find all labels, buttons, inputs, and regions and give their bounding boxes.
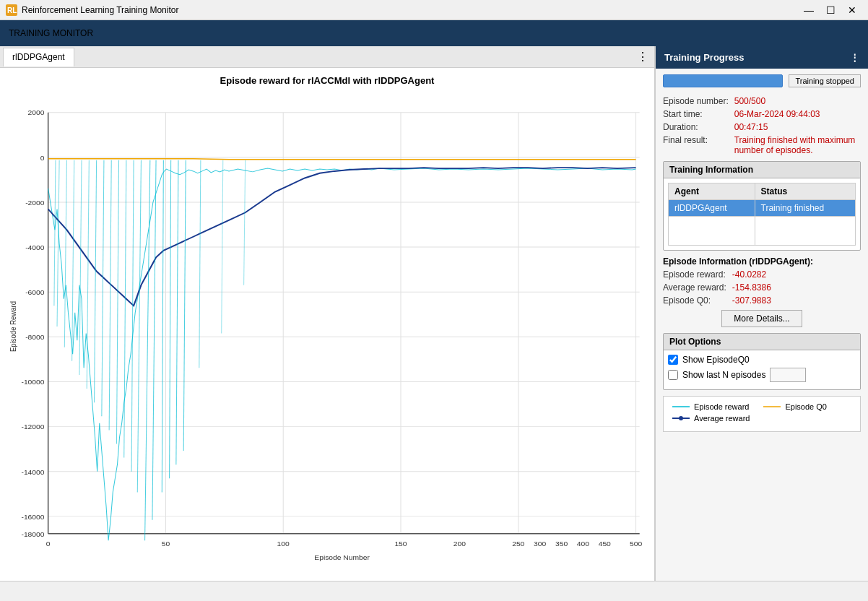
ep-q0-label: Episode Q0: — [663, 295, 726, 306]
svg-text:RL: RL — [7, 7, 17, 14]
legend-episode-reward: Episode reward — [672, 402, 749, 411]
training-stopped-button[interactable]: Training stopped — [789, 74, 861, 87]
chart-title: Episode reward for rlACCMdl with rlDDPGA… — [7, 75, 647, 86]
training-info-content: Agent Status rlDDPGAgent Training finish… — [664, 178, 860, 250]
final-result-label: Final result: — [663, 135, 729, 155]
maximize-button[interactable]: ☐ — [820, 2, 841, 18]
minimize-button[interactable]: — — [799, 2, 819, 18]
episode-number-value: 500/500 — [734, 96, 861, 106]
svg-line-46 — [152, 160, 156, 520]
table-row[interactable]: rlDDPGAgent Training finished — [669, 200, 856, 217]
svg-line-66 — [244, 160, 246, 285]
svg-text:50: 50 — [162, 540, 170, 548]
right-panel-header: Training Progress ⋮ — [656, 46, 868, 69]
episode-number-label: Episode number: — [663, 96, 729, 106]
right-panel-content: Training stopped Episode number: 500/500… — [656, 69, 868, 438]
svg-text:100: 100 — [277, 540, 290, 548]
svg-line-55 — [109, 160, 111, 431]
app-title: Reinforcement Learning Training Monitor — [22, 5, 178, 15]
right-panel-menu-icon[interactable]: ⋮ — [850, 52, 859, 63]
training-table: Agent Status rlDDPGAgent Training finish… — [668, 183, 856, 246]
svg-text:-8000: -8000 — [25, 334, 45, 342]
svg-line-59 — [79, 160, 82, 375]
training-info-section: Training Information Agent Status rlDDPG… — [663, 161, 861, 251]
svg-line-50 — [183, 160, 186, 451]
training-info-title: Training Information — [664, 162, 860, 178]
episode-info-section: Episode Information (rlDDPGAgent): Episo… — [663, 256, 861, 327]
table-cell-agent: rlDDPGAgent — [669, 200, 755, 217]
main-layout: rlDDPGAgent ⋮ Episode reward for rlACCMd… — [0, 46, 868, 581]
svg-text:Episode Number: Episode Number — [314, 553, 370, 561]
svg-text:-14000: -14000 — [21, 468, 45, 476]
show-episodeq0-checkbox[interactable] — [668, 355, 678, 365]
n-episodes-input[interactable]: 100 — [770, 368, 806, 382]
svg-text:450: 450 — [599, 540, 612, 548]
right-panel-title: Training Progress — [664, 52, 745, 63]
svg-line-56 — [102, 160, 104, 417]
table-header-agent: Agent — [669, 183, 755, 200]
svg-text:350: 350 — [555, 540, 568, 548]
episode-info-title: Episode Information (rlDDPGAgent): — [663, 256, 861, 267]
chart-container: Episode reward for rlACCMdl with rlDDPGA… — [0, 68, 654, 581]
info-grid: Episode number: 500/500 Start time: 06-M… — [663, 96, 861, 155]
svg-line-63 — [54, 160, 56, 306]
svg-text:Episode Reward: Episode Reward — [9, 301, 17, 352]
plot-options-title: Plot Options — [664, 334, 860, 350]
svg-line-54 — [116, 160, 118, 444]
legend-episode-q0-icon — [763, 402, 781, 411]
show-last-n-checkbox[interactable] — [668, 370, 678, 380]
final-result-value: Training finished with maximum number of… — [734, 135, 861, 155]
status-bar — [0, 581, 868, 601]
start-time-label: Start time: — [663, 109, 729, 119]
svg-point-70 — [679, 416, 683, 420]
svg-line-53 — [124, 160, 126, 458]
svg-line-47 — [162, 160, 163, 493]
svg-text:-6000: -6000 — [25, 288, 45, 296]
show-episodeq0-label[interactable]: Show EpisodeQ0 — [682, 355, 750, 365]
plot-options-section: Plot Options Show EpisodeQ0 Show last N … — [663, 333, 861, 390]
svg-text:200: 200 — [453, 540, 466, 548]
svg-text:-10000: -10000 — [21, 379, 45, 386]
title-bar-left: RL Reinforcement Learning Training Monit… — [6, 4, 178, 16]
avg-reward-value: -154.8386 — [732, 282, 861, 293]
tab-bar: rlDDPGAgent ⋮ — [0, 46, 654, 68]
table-cell-status: Training finished — [755, 200, 855, 217]
svg-text:-4000: -4000 — [25, 243, 45, 251]
svg-text:0: 0 — [46, 540, 51, 548]
legend-episode-reward-icon — [672, 402, 690, 411]
legend-average-reward-icon — [672, 414, 690, 423]
legend-episode-reward-label: Episode reward — [694, 402, 749, 411]
ep-reward-value: -40.0282 — [732, 269, 861, 280]
legend-episode-q0: Episode Q0 — [763, 402, 826, 411]
svg-text:500: 500 — [630, 540, 643, 548]
duration-label: Duration: — [663, 122, 729, 132]
right-panel: Training Progress ⋮ Training stopped Epi… — [655, 46, 868, 581]
progress-row: Training stopped — [663, 74, 861, 87]
svg-text:250: 250 — [512, 540, 525, 548]
tab-menu-button[interactable]: ⋮ — [634, 48, 651, 66]
toolbar-title: TRAINING MONITOR — [9, 28, 93, 38]
svg-line-48 — [170, 160, 171, 479]
episode-info-grid: Episode reward: -40.0282 Average reward:… — [663, 269, 861, 306]
show-last-n-label[interactable]: Show last N episodes — [682, 370, 765, 380]
svg-text:-2000: -2000 — [25, 199, 45, 207]
svg-line-45 — [145, 160, 150, 541]
legend-row-1: Episode reward Episode Q0 — [672, 402, 851, 411]
legend-average-reward-label: Average reward — [694, 414, 750, 423]
svg-line-57 — [95, 160, 97, 403]
svg-text:-18000: -18000 — [21, 530, 45, 538]
svg-line-51 — [137, 160, 141, 493]
tab-rl-agent[interactable]: rlDDPGAgent — [3, 48, 74, 66]
svg-text:400: 400 — [577, 540, 590, 548]
plot-options-content: Show EpisodeQ0 Show last N episodes 100 — [664, 350, 860, 389]
more-details-button[interactable]: More Details... — [721, 310, 802, 327]
close-button[interactable]: ✕ — [842, 2, 862, 18]
ep-q0-value: -307.9883 — [732, 295, 861, 306]
svg-text:300: 300 — [534, 540, 547, 548]
svg-line-49 — [176, 160, 178, 465]
duration-value: 00:47:15 — [734, 122, 861, 132]
svg-text:-12000: -12000 — [21, 423, 45, 431]
legend-box: Episode reward Episode Q0 — [663, 396, 861, 432]
toolbar: TRAINING MONITOR — [0, 20, 868, 46]
svg-text:2000: 2000 — [28, 109, 45, 117]
